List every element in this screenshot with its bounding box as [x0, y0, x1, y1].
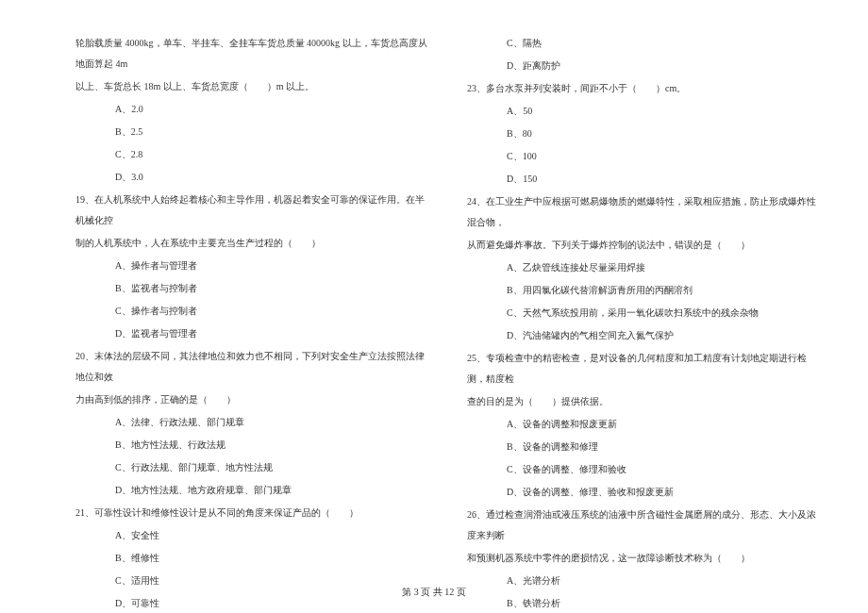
right-column: C、隔热 D、距离防护 23、多台水泵并列安装时，间距不小于（ ）cm。 A、5… [467, 33, 821, 571]
q25-option-a: A、设备的调整和报废更新 [467, 414, 821, 435]
q20-option-d: D、地方性法规、地方政府规章、部门规章 [75, 480, 429, 501]
q24-option-b: B、用四氯化碳代替溶解沥青所用的丙酮溶剂 [467, 280, 821, 301]
q23-option-a: A、50 [467, 101, 821, 122]
q25-option-d: D、设备的调整、修理、验收和报废更新 [467, 482, 821, 503]
q24-option-d: D、汽油储罐内的气相空间充入氮气保护 [467, 325, 821, 346]
q19-option-b: B、监视者与控制者 [75, 278, 429, 299]
q21-text: 21、可靠性设计和维修性设计是从不同的角度来保证产品的（ ） [75, 503, 429, 523]
q19-option-d: D、监视者与管理者 [75, 323, 429, 344]
q20-text-2: 力由高到低的排序，正确的是（ ） [75, 389, 429, 410]
q25-option-c: C、设备的调整、修理和验收 [467, 459, 821, 480]
q18-continuation-2: 以上、车货总长 18m 以上、车货总宽度（ ）m 以上。 [75, 76, 429, 97]
q24-text-2: 从而避免爆炸事故。下列关于爆炸控制的说法中，错误的是（ ） [467, 235, 821, 256]
q19-option-a: A、操作者与管理者 [75, 256, 429, 276]
q25-text-1: 25、专项检查中的精密检查，是对设备的几何精度和加工精度有计划地定期进行检测，精… [467, 348, 821, 389]
page-footer: 第 3 页 共 12 页 [0, 586, 868, 599]
q20-text-1: 20、末体法的层级不同，其法律地位和效力也不相同，下列对安全生产立法按照法律地位… [75, 346, 429, 388]
q25-option-b: B、设备的调整和修理 [467, 437, 821, 457]
q23-option-b: B、80 [467, 124, 821, 144]
q23-option-d: D、150 [467, 169, 821, 190]
q26-text-1: 26、通过检查润滑油或液压系统的油液中所含磁性金属磨屑的成分、形态、大小及浓度来… [467, 505, 821, 546]
q19-text-2: 制的人机系统中，人在系统中主要充当生产过程的（ ） [75, 233, 429, 254]
q23-option-c: C、100 [467, 146, 821, 167]
q22-option-c: C、隔热 [467, 33, 821, 54]
q25-text-2: 查的目的是为（ ）提供依据。 [467, 391, 821, 412]
q18-continuation-1: 轮胎载质量 4000kg，单车、半挂车、全挂车车货总质量 40000kg 以上，… [75, 33, 429, 75]
q18-option-a: A、2.0 [75, 99, 429, 120]
q19-option-c: C、操作者与控制者 [75, 301, 429, 322]
q23-text: 23、多台水泵并列安装时，间距不小于（ ）cm。 [467, 78, 821, 99]
q21-option-b: B、维修性 [75, 548, 429, 569]
q18-option-c: C、2.8 [75, 144, 429, 165]
q20-option-a: A、法律、行政法规、部门规章 [75, 412, 429, 433]
two-column-layout: 轮胎载质量 4000kg，单车、半挂车、全挂车车货总质量 40000kg 以上，… [75, 33, 821, 571]
q24-option-c: C、天然气系统投用前，采用一氧化碳吹扫系统中的残余杂物 [467, 303, 821, 323]
q24-option-a: A、乙炔管线连接处尽量采用焊接 [467, 257, 821, 278]
q26-text-2: 和预测机器系统中零件的磨损情况，这一故障诊断技术称为（ ） [467, 548, 821, 569]
q18-option-b: B、2.5 [75, 122, 429, 142]
q18-option-d: D、3.0 [75, 167, 429, 188]
left-column: 轮胎载质量 4000kg，单车、半挂车、全挂车车货总质量 40000kg 以上，… [75, 33, 429, 571]
q21-option-a: A、安全性 [75, 525, 429, 546]
q19-text-1: 19、在人机系统中人始终起着核心和主导作用，机器起着安全可靠的保证作用。在半机械… [75, 190, 429, 231]
q24-text-1: 24、在工业生产中应根据可燃易爆物质的燃爆特性，采取相应措施，防止形成爆炸性混合… [467, 191, 821, 233]
q22-option-d: D、距离防护 [467, 56, 821, 76]
q20-option-b: B、地方性法规、行政法规 [75, 435, 429, 456]
q20-option-c: C、行政法规、部门规章、地方性法规 [75, 457, 429, 478]
